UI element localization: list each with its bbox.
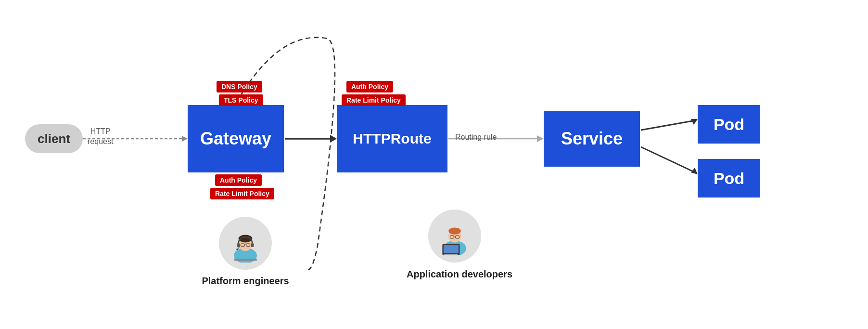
svg-marker-7 [691, 119, 698, 125]
platform-person-icon [226, 224, 265, 263]
svg-point-25 [448, 227, 461, 234]
tls-policy-badge: TLS Policy [219, 94, 263, 106]
pod-box-1: Pod [698, 105, 760, 144]
svg-marker-1 [182, 136, 188, 142]
service-box: Service [544, 111, 640, 167]
svg-line-8 [641, 147, 695, 172]
svg-point-18 [236, 249, 238, 250]
svg-rect-30 [444, 245, 459, 253]
diagram-container: client HTTP request Gateway [0, 0, 868, 329]
http-request-label: HTTP request [88, 127, 113, 147]
app-person-icon [435, 217, 474, 255]
client-box: client [25, 124, 83, 153]
ratelimit-gateway-policy-badge: Rate Limit Policy [210, 188, 274, 199]
pod-box-2: Pod [698, 159, 760, 197]
app-developers-label: Application developers [397, 269, 522, 280]
app-developers-avatar [428, 210, 481, 263]
gateway-label: Gateway [200, 129, 271, 149]
gateway-box: Gateway [188, 105, 284, 172]
svg-line-6 [641, 120, 695, 130]
ratelimit-route-policy-badge: Rate Limit Policy [342, 94, 406, 106]
httproute-box: HTTPRoute [337, 105, 447, 172]
routing-rule-label: Routing rule [455, 133, 497, 142]
svg-marker-3 [330, 135, 337, 143]
platform-engineers-avatar [219, 217, 272, 270]
client-label: client [38, 132, 70, 146]
svg-rect-19 [234, 259, 257, 261]
svg-marker-9 [691, 168, 698, 174]
auth-route-policy-badge: Auth Policy [346, 81, 393, 92]
service-label: Service [561, 129, 623, 149]
platform-engineers-label: Platform engineers [188, 276, 303, 287]
auth-gateway-policy-badge: Auth Policy [215, 174, 262, 186]
dns-policy-badge: DNS Policy [217, 81, 262, 92]
svg-rect-16 [251, 243, 254, 247]
svg-rect-32 [444, 254, 458, 255]
httproute-label: HTTPRoute [353, 131, 431, 147]
pod-label-2: Pod [714, 169, 744, 188]
svg-marker-5 [537, 135, 544, 142]
pod-label-1: Pod [714, 115, 744, 134]
